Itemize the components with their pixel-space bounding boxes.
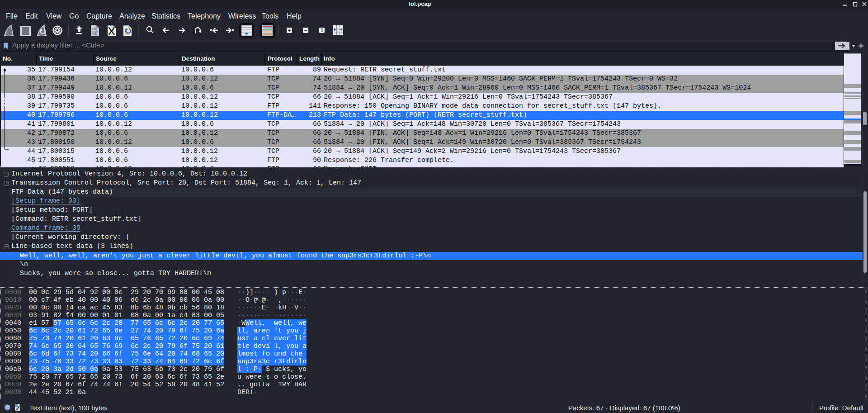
svg-text:0111: 0111 [92, 33, 98, 36]
